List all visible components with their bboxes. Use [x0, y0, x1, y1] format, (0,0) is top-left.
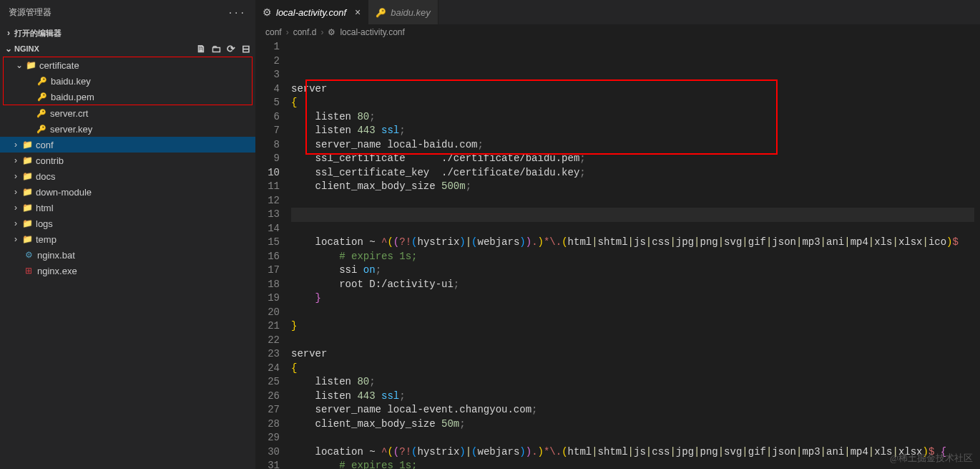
- bat-file-icon: [23, 249, 34, 261]
- folder-icon: [21, 139, 33, 150]
- tree-label: baidu.pem: [51, 92, 94, 102]
- file-baidu-pem[interactable]: baidu.pem: [4, 89, 252, 105]
- cert-file-icon: [36, 123, 47, 135]
- exe-file-icon: [23, 265, 34, 276]
- gear-icon: [328, 27, 335, 37]
- gear-icon: [263, 6, 272, 18]
- chevron-down-icon: [3, 44, 14, 54]
- key-file-icon: [36, 75, 48, 87]
- code-editor[interactable]: 1234567891011121314151617181920212223242…: [255, 40, 980, 469]
- folder-icon: [21, 155, 33, 166]
- tree-label: server.crt: [50, 108, 88, 119]
- tree-label: logs: [36, 218, 53, 229]
- folder-contrib[interactable]: contrib: [0, 153, 255, 168]
- tree-label: docs: [36, 171, 55, 182]
- folder-icon: [21, 202, 33, 213]
- folder-certificate[interactable]: certificate: [4, 57, 252, 73]
- file-nginx-bat[interactable]: nginx.bat: [0, 247, 255, 263]
- watermark: @稀土掘金技术社区: [890, 451, 973, 465]
- breadcrumb[interactable]: conf › conf.d › local-activity.conf: [255, 24, 980, 40]
- tree-label: nginx.bat: [37, 250, 75, 261]
- code-content[interactable]: server{ listen 80; listen 443 ssl; serve…: [291, 40, 980, 469]
- chevron-right-icon: [10, 155, 21, 165]
- tree-label: baidu.key: [51, 76, 91, 87]
- refresh-icon[interactable]: ⟳: [225, 43, 237, 54]
- folder-logs[interactable]: logs: [0, 216, 255, 231]
- new-folder-icon[interactable]: 🗀: [210, 43, 222, 54]
- explorer-title: 资源管理器: [9, 6, 229, 19]
- key-file-icon: [36, 91, 48, 102]
- folder-icon: [21, 186, 33, 198]
- chevron-down-icon: [14, 60, 25, 70]
- tree-label: temp: [36, 234, 57, 245]
- project-section[interactable]: NGINX 🗎 🗀 ⟳ ⊟: [0, 41, 255, 57]
- open-editors-label: 打开的编辑器: [14, 28, 253, 39]
- new-file-icon[interactable]: 🗎: [195, 43, 207, 54]
- file-tree: certificate baidu.key baidu.pem server.c…: [0, 57, 255, 469]
- chevron-right-icon: [10, 234, 21, 244]
- folder-html[interactable]: html: [0, 200, 255, 216]
- line-gutter: 1234567891011121314151617181920212223242…: [255, 40, 291, 469]
- breadcrumb-sep-icon: ›: [320, 27, 323, 37]
- explorer-header: 资源管理器 ···: [0, 0, 255, 25]
- editor-tabs: local-activity.conf × baidu.key: [255, 0, 980, 24]
- folder-down-module[interactable]: down-module: [0, 184, 255, 200]
- more-actions-icon[interactable]: ···: [229, 6, 247, 19]
- cert-file-icon: [36, 107, 47, 119]
- tree-label: conf: [36, 140, 54, 150]
- key-icon: [376, 7, 386, 18]
- chevron-right-icon: [10, 218, 21, 228]
- tree-label: server.key: [50, 124, 92, 135]
- folder-icon: [21, 218, 33, 229]
- breadcrumb-item[interactable]: conf: [265, 27, 282, 37]
- editor-area: local-activity.conf × baidu.key conf › c…: [255, 0, 980, 469]
- tree-label: down-module: [36, 187, 92, 198]
- folder-docs[interactable]: docs: [0, 168, 255, 184]
- folder-icon: [21, 170, 33, 182]
- open-editors-section[interactable]: 打开的编辑器: [0, 25, 255, 41]
- tab-label: baidu.key: [391, 7, 431, 18]
- chevron-right-icon: [10, 140, 21, 150]
- file-baidu-key[interactable]: baidu.key: [4, 73, 252, 89]
- chevron-right-icon: [3, 28, 14, 38]
- breadcrumb-item[interactable]: conf.d: [293, 27, 317, 37]
- tree-label: certificate: [39, 60, 79, 71]
- folder-temp[interactable]: temp: [0, 231, 255, 247]
- folder-conf[interactable]: conf: [0, 137, 255, 153]
- annotation-box-sidebar: certificate baidu.key baidu.pem: [3, 57, 253, 105]
- file-server-crt[interactable]: server.crt: [0, 105, 255, 121]
- chevron-right-icon: [10, 187, 21, 197]
- breadcrumb-item[interactable]: local-activity.conf: [340, 27, 404, 37]
- project-label: NGINX: [14, 44, 195, 53]
- tree-label: nginx.exe: [37, 266, 77, 276]
- close-icon[interactable]: ×: [355, 6, 361, 18]
- folder-icon: [25, 59, 36, 71]
- tree-label: html: [36, 203, 54, 213]
- file-nginx-exe[interactable]: nginx.exe: [0, 263, 255, 279]
- chevron-right-icon: [10, 171, 21, 181]
- tab-baidu-key[interactable]: baidu.key: [368, 0, 438, 24]
- tab-local-activity-conf[interactable]: local-activity.conf ×: [255, 0, 368, 24]
- section-actions: 🗎 🗀 ⟳ ⊟: [195, 43, 253, 54]
- folder-icon: [21, 233, 33, 245]
- tab-label: local-activity.conf: [276, 7, 346, 18]
- tree-label: contrib: [36, 155, 64, 166]
- file-server-key[interactable]: server.key: [0, 121, 255, 137]
- chevron-right-icon: [10, 203, 21, 213]
- explorer-sidebar: 资源管理器 ··· 打开的编辑器 NGINX 🗎 🗀 ⟳ ⊟ certifica…: [0, 0, 255, 469]
- collapse-icon[interactable]: ⊟: [240, 43, 253, 54]
- breadcrumb-sep-icon: ›: [286, 27, 289, 37]
